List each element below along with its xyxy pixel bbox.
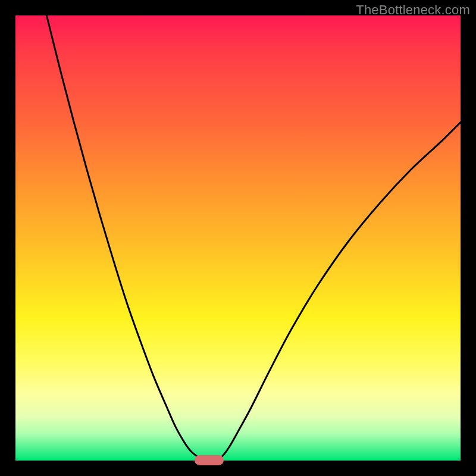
minimum-marker — [195, 455, 224, 465]
watermark-text: TheBottleneck.com — [356, 2, 470, 18]
bottleneck-curve — [15, 15, 461, 461]
curve-right-branch — [216, 123, 461, 461]
plot-area — [15, 15, 461, 461]
curve-left-branch — [46, 15, 202, 461]
